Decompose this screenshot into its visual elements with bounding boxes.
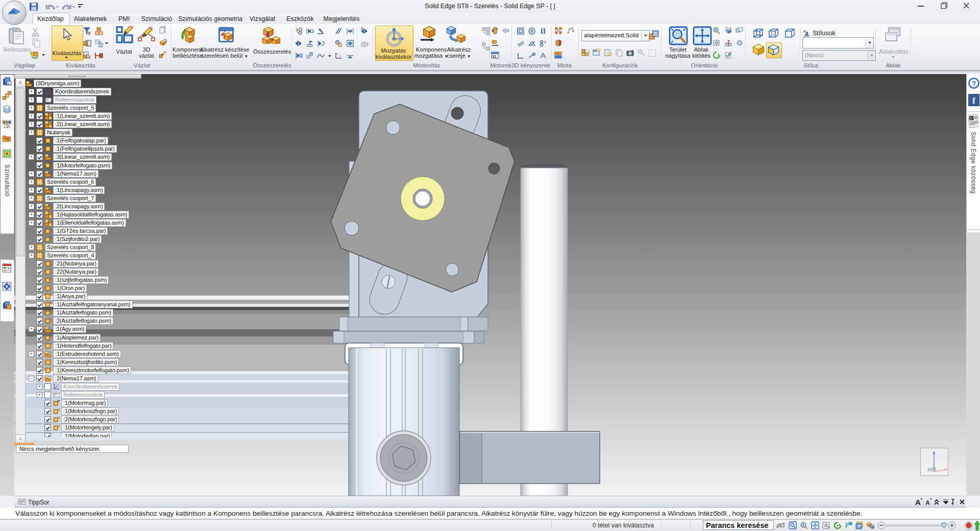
svg-text:A: A <box>925 499 930 506</box>
svg-text:z: z <box>57 383 59 387</box>
svg-text:X1: X1 <box>493 55 497 58</box>
svg-text:?: ? <box>972 80 976 87</box>
svg-text:A: A <box>915 498 921 506</box>
svg-text:z: z <box>337 52 338 55</box>
svg-text:z: z <box>49 88 51 91</box>
svg-text:x: x <box>339 54 341 57</box>
svg-text:L: L <box>8 82 10 85</box>
svg-text:elöl: elöl <box>927 466 936 472</box>
svg-text:?: ? <box>7 137 10 142</box>
svg-text:A: A <box>804 31 808 36</box>
svg-text:f: f <box>972 96 975 106</box>
